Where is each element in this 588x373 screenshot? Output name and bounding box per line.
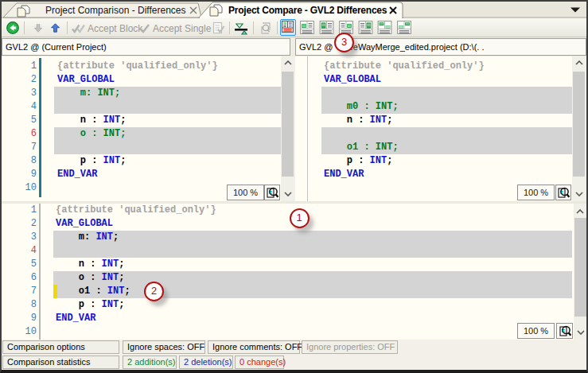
svg-text:Project Comparison - Differenc: Project Comparison - Differences [45, 5, 186, 16]
svg-text:Project Compare - GVL2 Differe: Project Compare - GVL2 Differences [228, 5, 387, 16]
